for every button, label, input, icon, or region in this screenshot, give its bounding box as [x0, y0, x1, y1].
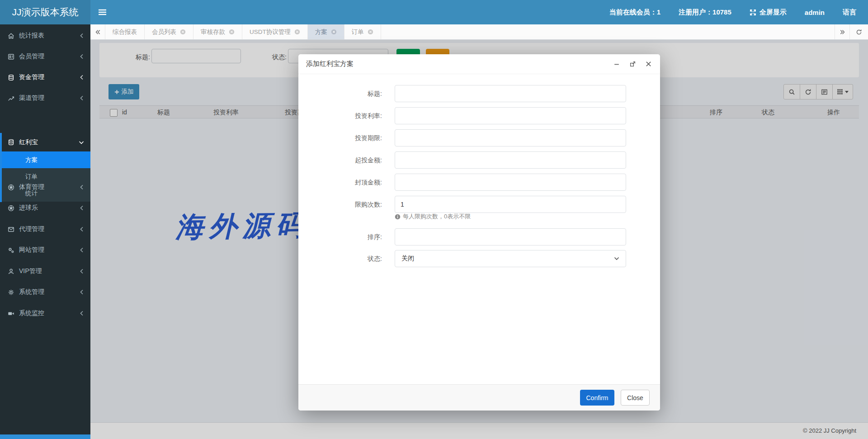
video-camera-icon: [8, 310, 14, 317]
dialog-close-button[interactable]: Close: [621, 390, 650, 406]
sort-input[interactable]: [395, 228, 626, 245]
sidebar-bottom-strip: [0, 434, 90, 439]
user-menu[interactable]: admin: [805, 9, 825, 16]
chevron-left-icon: [80, 289, 84, 295]
close-icon[interactable]: [644, 60, 652, 68]
sidebar-item-channel-management[interactable]: 渠道管理: [0, 88, 90, 109]
purchase-limit-hint: 每人限购次数，0表示不限: [395, 212, 471, 221]
chart-line-icon: [8, 95, 14, 102]
dialog-window-controls: [613, 60, 652, 68]
database-icon: [8, 139, 14, 146]
tabbar-right-controls: [835, 24, 868, 39]
chevron-down-icon: [79, 140, 84, 145]
min-amount-input[interactable]: [395, 151, 626, 169]
app-logo: JJ演示版本系统: [0, 0, 90, 24]
sidebar-item-funds-management[interactable]: 资金管理: [0, 67, 90, 88]
chevron-down-icon: [614, 257, 619, 260]
sidebar-toggle-button[interactable]: [90, 0, 114, 24]
chevron-left-icon: [80, 247, 84, 253]
tabs-scroll-left-button[interactable]: [90, 24, 105, 39]
registered-users-count: 注册用户：10785: [679, 8, 731, 17]
tab-usdt-protocol[interactable]: USDT协议管理: [242, 24, 308, 39]
dialog-header[interactable]: 添加红利宝方案: [298, 54, 660, 74]
home-icon: [8, 33, 14, 39]
info-circle-icon: [395, 214, 401, 220]
hamburger-icon: [99, 9, 106, 15]
football-icon: [8, 184, 14, 191]
fullscreen-button[interactable]: 全屏显示: [750, 8, 787, 17]
rate-input[interactable]: [395, 107, 626, 124]
cap-amount-input[interactable]: [395, 174, 626, 191]
maximize-icon[interactable]: [628, 60, 637, 68]
tab-deposit-review[interactable]: 审核存款: [193, 24, 242, 39]
form-row-min-amount: 起投金额:: [298, 151, 660, 169]
form-row-sort: 排序:: [298, 228, 660, 245]
tab-close-icon[interactable]: [180, 29, 186, 35]
dialog-footer: Confirm Close: [298, 384, 660, 411]
status-select[interactable]: 关闭: [395, 250, 626, 267]
tab-bar: 综合报表 会员列表 审核存款 USDT协议管理 方案 订单: [90, 24, 868, 40]
chevron-left-icon: [80, 33, 84, 38]
sidebar-item-goal-fun[interactable]: 进球乐: [0, 198, 90, 218]
sidebar-item-website-management[interactable]: 网站管理: [0, 240, 90, 260]
refresh-icon: [856, 29, 862, 35]
language-menu[interactable]: 语言: [843, 8, 856, 17]
tab-comprehensive-report[interactable]: 综合报表: [105, 24, 145, 39]
sidebar-item-member-management[interactable]: 会员管理: [0, 46, 90, 67]
football-icon: [8, 205, 14, 212]
status-select-value: 关闭: [401, 255, 414, 263]
members-card-icon: [8, 53, 14, 60]
gear-icon: [8, 289, 14, 296]
sidebar-item-system-monitor[interactable]: 系统监控: [0, 303, 90, 324]
envelope-icon: [8, 226, 14, 233]
page: JJ演示版本系统 当前在线会员：1 注册用户：10785 全屏显示 admin …: [0, 0, 868, 439]
form-row-rate: 投资利率:: [298, 107, 660, 124]
sidebar: 统计报表 会员管理 资金管理 渠道管理 红利宝 方案: [0, 24, 90, 439]
dialog-title: 添加红利宝方案: [306, 60, 354, 68]
add-plan-dialog: 添加红利宝方案 标题: 投资利率: 投资期限: 起投金额: 封顶金额:: [298, 54, 660, 411]
sidebar-item-sports-management[interactable]: 体育管理: [0, 177, 90, 198]
chevron-left-icon: [80, 54, 84, 59]
tab-plan[interactable]: 方案: [308, 24, 344, 39]
sidebar-item-dividend-treasure[interactable]: 红利宝: [2, 133, 90, 151]
minimize-icon[interactable]: [613, 60, 621, 68]
chevron-left-icon: [80, 205, 84, 211]
cogs-icon: [8, 247, 14, 254]
sidebar-item-vip-management[interactable]: VIP管理: [0, 261, 90, 282]
top-navbar: JJ演示版本系统 当前在线会员：1 注册用户：10785 全屏显示 admin …: [0, 0, 868, 24]
sidebar-item-system-management[interactable]: 系统管理: [0, 282, 90, 302]
form-row-title: 标题:: [298, 85, 660, 102]
chevron-left-icon: [80, 269, 84, 274]
tab-member-list[interactable]: 会员列表: [145, 24, 193, 39]
tabs-scroll-right-button[interactable]: [835, 24, 849, 39]
purchase-limit-input[interactable]: [395, 196, 626, 213]
navbar-right: 当前在线会员：1 注册用户：10785 全屏显示 admin 语言: [609, 8, 868, 17]
tab-close-icon[interactable]: [368, 29, 373, 35]
online-members-count: 当前在线会员：1: [609, 8, 660, 17]
tabs-refresh-button[interactable]: [849, 24, 868, 39]
fullscreen-icon: [750, 9, 756, 16]
chevron-left-icon: [80, 227, 84, 232]
form-row-cap-amount: 封顶金额:: [298, 174, 660, 191]
double-angle-left-icon: [95, 29, 101, 35]
chevron-left-icon: [80, 95, 84, 101]
form-row-purchase-limit: 限购次数:: [298, 196, 660, 213]
title-input[interactable]: [395, 85, 626, 102]
tab-close-icon[interactable]: [331, 29, 337, 35]
confirm-button[interactable]: Confirm: [580, 390, 614, 406]
chevron-left-icon: [80, 75, 84, 80]
chevron-left-icon: [80, 311, 84, 316]
tab-close-icon[interactable]: [229, 29, 235, 35]
form-row-term: 投资期限:: [298, 129, 660, 146]
sidebar-subitem-plan[interactable]: 方案: [2, 151, 90, 168]
sidebar-item-stats-report[interactable]: 统计报表: [0, 25, 90, 46]
sidebar-item-agent-management[interactable]: 代理管理: [0, 219, 90, 240]
double-angle-right-icon: [840, 29, 845, 35]
term-input[interactable]: [395, 129, 626, 146]
user-icon: [8, 268, 14, 275]
chevron-left-icon: [80, 184, 84, 190]
form-row-status: 状态: 关闭: [298, 250, 660, 267]
tab-orders[interactable]: 订单: [344, 24, 381, 39]
database-icon: [8, 74, 14, 81]
tab-close-icon[interactable]: [294, 29, 300, 35]
